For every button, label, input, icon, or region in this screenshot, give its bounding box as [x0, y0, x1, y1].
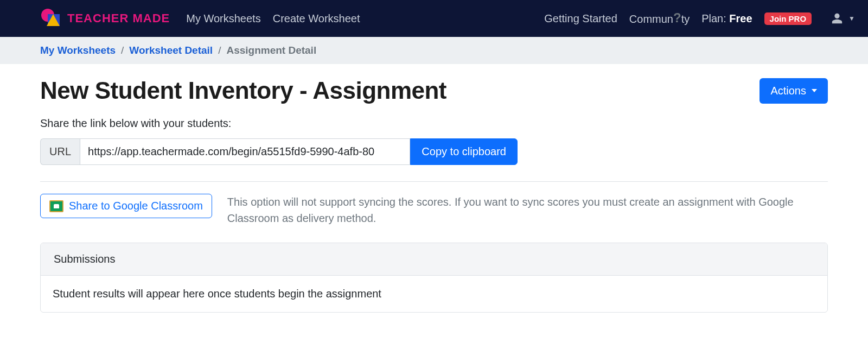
- google-classroom-row: Share to Google Classroom This option wi…: [40, 194, 828, 226]
- title-row: New Student Inventory - Assignment Actio…: [40, 77, 828, 104]
- user-menu[interactable]: ▼: [831, 12, 855, 24]
- nav-my-worksheets[interactable]: My Worksheets: [186, 12, 260, 25]
- join-pro-button[interactable]: Join PRO: [764, 12, 812, 25]
- top-navbar: TEACHER MADE My Worksheets Create Worksh…: [0, 0, 868, 37]
- submissions-panel: Submissions Student results will appear …: [40, 243, 828, 313]
- breadcrumb-separator: /: [218, 45, 221, 56]
- actions-label: Actions: [770, 85, 806, 97]
- user-icon: [831, 12, 843, 24]
- plan-value: Free: [729, 12, 752, 24]
- chevron-down-icon: ▼: [848, 15, 855, 22]
- nav-create-worksheet[interactable]: Create Worksheet: [273, 12, 360, 25]
- page-title: New Student Inventory - Assignment: [40, 77, 446, 104]
- share-url-input[interactable]: [80, 138, 410, 165]
- brand-name: TEACHER MADE: [67, 11, 170, 26]
- breadcrumb: My Worksheets / Worksheet Detail / Assig…: [0, 37, 868, 64]
- submissions-header: Submissions: [41, 243, 827, 276]
- copy-to-clipboard-button[interactable]: Copy to clipboard: [410, 138, 518, 165]
- nav-getting-started[interactable]: Getting Started: [544, 12, 617, 25]
- url-prefix-label: URL: [40, 138, 80, 165]
- breadcrumb-my-worksheets[interactable]: My Worksheets: [40, 45, 116, 56]
- share-google-classroom-button[interactable]: Share to Google Classroom: [40, 194, 212, 218]
- plan-label: Plan:: [701, 12, 729, 24]
- share-url-group: URL Copy to clipboard: [40, 138, 518, 165]
- share-instruction: Share the link below with your students:: [40, 117, 828, 130]
- nav-community-pre: Commun: [629, 13, 673, 25]
- nav-community-post: ty: [681, 13, 690, 25]
- help-icon: ?: [673, 10, 681, 26]
- google-classroom-button-label: Share to Google Classroom: [69, 200, 203, 212]
- nav-community[interactable]: Commun?ty: [629, 11, 690, 26]
- main-content: New Student Inventory - Assignment Actio…: [0, 64, 868, 334]
- breadcrumb-assignment-detail: Assignment Detail: [226, 45, 316, 56]
- submissions-empty-state: Student results will appear here once st…: [41, 276, 827, 312]
- google-classroom-icon: [49, 200, 63, 212]
- breadcrumb-worksheet-detail[interactable]: Worksheet Detail: [129, 45, 213, 56]
- actions-dropdown-button[interactable]: Actions: [760, 78, 828, 104]
- brand-logo-icon: [40, 8, 62, 29]
- nav-left-group: My Worksheets Create Worksheet: [186, 12, 360, 25]
- nav-right-group: Getting Started Commun?ty Plan: Free Joi…: [544, 11, 855, 26]
- google-classroom-note: This option will not support syncing the…: [227, 194, 828, 226]
- brand-logo[interactable]: TEACHER MADE: [40, 8, 170, 29]
- section-divider: [40, 181, 828, 182]
- breadcrumb-separator: /: [121, 45, 124, 56]
- plan-indicator: Plan: Free: [701, 12, 752, 25]
